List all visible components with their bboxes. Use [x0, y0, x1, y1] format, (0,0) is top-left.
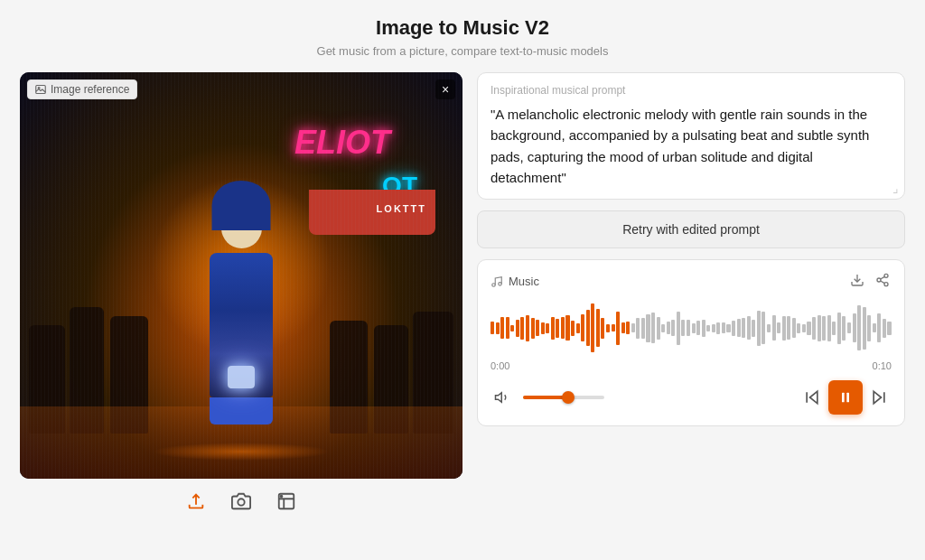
- player-header: Music: [491, 271, 892, 292]
- waveform-bar: [847, 322, 851, 333]
- waveform-bar: [837, 313, 841, 344]
- waveform-bar: [726, 324, 730, 332]
- waveform-bar: [561, 317, 565, 339]
- waveform-bar: [722, 322, 725, 333]
- upload-button[interactable]: [182, 488, 210, 515]
- waveform-bar: [832, 322, 836, 335]
- seek-back-button[interactable]: [799, 387, 825, 408]
- svg-point-10: [884, 283, 888, 286]
- waveform-bar: [877, 313, 881, 342]
- waveform-bar: [526, 315, 529, 341]
- waveform-bar: [752, 320, 755, 337]
- waveform-bar: [853, 313, 856, 342]
- player-title: Music: [491, 275, 539, 288]
- waveform-bar: [777, 322, 780, 333]
- retry-button[interactable]: Retry with edited prompt: [477, 210, 905, 248]
- waveform-bar: [867, 315, 871, 341]
- waveform-bar: [516, 320, 519, 337]
- time-row: 0:00 0:10: [491, 360, 892, 371]
- waveform-bar: [887, 322, 891, 335]
- phone-glow: [228, 366, 255, 388]
- waveform-bar: [797, 323, 800, 333]
- waveform-bar: [601, 318, 604, 339]
- waveform-bar: [732, 321, 735, 336]
- waveform-bar: [551, 317, 555, 340]
- waveform: [491, 301, 892, 355]
- waveform-bar: [712, 324, 715, 332]
- waveform-bar: [863, 307, 866, 350]
- waveform-bar: [500, 317, 504, 339]
- svg-point-6: [499, 282, 502, 285]
- main-content: Image reference × ELIOT OT LOKTTT: [20, 72, 905, 515]
- waveform-bar: [661, 324, 665, 332]
- waveform-bar: [667, 322, 670, 334]
- svg-marker-14: [810, 391, 818, 403]
- waveform-container[interactable]: [491, 301, 892, 355]
- svg-rect-17: [846, 393, 849, 403]
- music-note-icon: [491, 275, 503, 288]
- waveform-bar: [742, 318, 745, 338]
- svg-line-12: [881, 276, 885, 279]
- waveform-bar: [687, 320, 690, 336]
- play-pause-button[interactable]: [828, 380, 863, 415]
- waveform-bar: [586, 310, 590, 346]
- waveform-bar: [761, 312, 765, 344]
- shop-text: LOKTTT: [377, 203, 426, 214]
- close-image-button[interactable]: ×: [435, 79, 455, 99]
- waveform-bar: [812, 317, 816, 340]
- waveform-bar: [792, 318, 796, 338]
- waveform-bar: [616, 312, 620, 345]
- city-scene: ELIOT OT LOKTTT: [20, 72, 462, 479]
- waveform-bar: [576, 323, 580, 333]
- camera-icon: [231, 491, 251, 511]
- waveform-bar: [496, 322, 500, 334]
- seek-forward-button[interactable]: [866, 387, 892, 408]
- prompt-box: Inspirational musical prompt "A melancho…: [477, 72, 905, 200]
- figure-boots: [210, 397, 273, 425]
- ground-reflection: [153, 443, 330, 461]
- waveform-bar: [873, 323, 876, 332]
- pause-icon: [838, 390, 853, 405]
- svg-point-9: [877, 278, 881, 282]
- figure-body: [210, 253, 273, 397]
- waveform-bar: [677, 312, 680, 345]
- volume-icon: [494, 389, 510, 406]
- waveform-bar: [556, 319, 559, 338]
- volume-knob: [562, 391, 575, 404]
- volume-button[interactable]: [491, 387, 514, 407]
- svg-line-11: [881, 281, 885, 284]
- waveform-bar: [702, 320, 705, 337]
- download-button[interactable]: [848, 271, 866, 292]
- image-icon: [35, 84, 46, 95]
- waveform-bar: [612, 324, 615, 331]
- controls-row: [491, 380, 892, 415]
- generate-image-button[interactable]: [273, 488, 300, 515]
- svg-point-8: [884, 274, 888, 277]
- waveform-bar: [541, 322, 545, 334]
- waveform-bar: [596, 309, 600, 347]
- badge-label: Image reference: [51, 83, 129, 96]
- neon-sign-1: ELIOT: [294, 126, 390, 159]
- page-subtitle: Get music from a picture, compare text-t…: [317, 44, 609, 58]
- waveform-bar: [506, 317, 509, 339]
- share-icon: [875, 273, 890, 287]
- prompt-text: "A melancholic electronic melody with ge…: [491, 104, 892, 188]
- waveform-bar: [706, 325, 710, 331]
- waveform-bar: [621, 322, 625, 333]
- camera-button[interactable]: [228, 488, 255, 515]
- upload-icon: [186, 491, 206, 511]
- waveform-bar: [782, 316, 786, 341]
- image-reference-badge: Image reference: [27, 79, 137, 99]
- prompt-label: Inspirational musical prompt: [491, 84, 892, 97]
- volume-slider[interactable]: [523, 396, 604, 399]
- svg-marker-18: [874, 391, 881, 403]
- share-button[interactable]: [874, 271, 892, 292]
- svg-rect-16: [842, 393, 845, 403]
- waveform-bar: [681, 320, 685, 336]
- generate-icon: [276, 491, 296, 511]
- svg-point-4: [281, 496, 283, 498]
- waveform-bar: [827, 315, 831, 341]
- waveform-bar: [531, 318, 535, 339]
- player-actions: [848, 271, 892, 292]
- waveform-bar: [631, 323, 635, 332]
